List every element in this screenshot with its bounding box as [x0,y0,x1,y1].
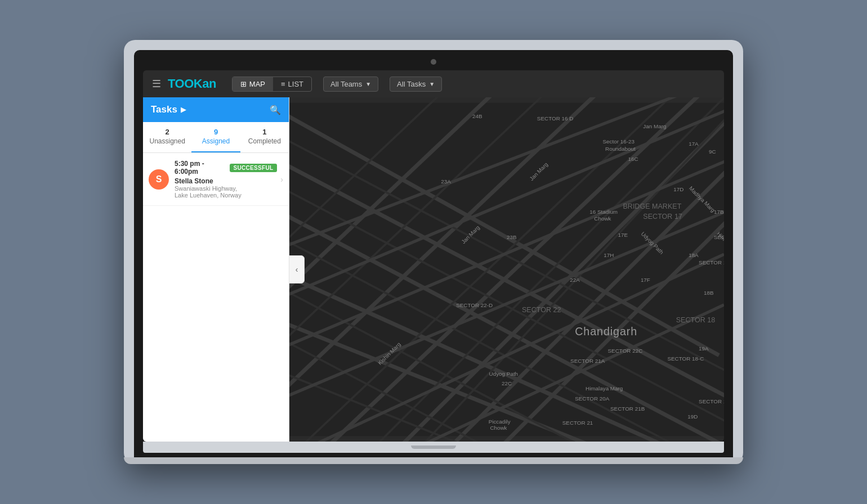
city-label: Chandigarh [575,325,637,338]
app-window: ☰ TOOKan ⊞ MAP ≡ LIST All Teams [143,70,724,442]
tab-completed[interactable]: 1 Completed [240,122,289,152]
status-badge: SUCCESSFUL [230,164,278,172]
sidebar-header: Tasks ▶ 🔍 [143,97,289,122]
tab-unassigned[interactable]: 2 Unassigned [143,122,191,152]
task-name: Stella Stone [175,177,277,185]
task-tabs: 2 Unassigned 9 Assigned 1 Completed [143,122,289,153]
sector20a-label: SECTOR 20A [575,395,610,402]
sector-16d-label: SECTOR 16 D [537,115,573,122]
23b-label: 23B [507,234,517,240]
avatar: S [149,169,169,190]
sector21-label: SECTOR 21 [562,420,593,426]
map-area: ‹ [289,97,724,442]
logo: TOOKan [168,76,216,91]
22a-label: 22A [570,277,580,283]
24b-label: 24B [472,113,482,119]
stadium-label: 16 Stadium [589,209,618,215]
chevron-right-icon: › [280,175,283,184]
task-time: 5:30 pm - 6:00pm [175,160,230,176]
collapse-sidebar-button[interactable]: ‹ [289,255,305,284]
main-content: Tasks ▶ 🔍 2 Unassigned 9 Assign [143,97,724,442]
hamburger-icon[interactable]: ☰ [152,78,161,90]
17d-label: 17D [673,186,683,192]
sector18c-label: SECTOR 18-C [667,356,704,362]
piccadily-label: Piccadily [489,418,511,425]
17a-label: 17A [689,141,699,147]
sector19-label: SECTOR 19 [699,398,724,404]
task-info: 5:30 pm - 6:00pm SUCCESSFUL Stella Stone… [175,160,277,199]
list-view-button[interactable]: ≡ LIST [273,77,311,91]
tasks-arrow-icon: ▶ [181,106,186,114]
18b-label: 18B [704,290,714,296]
sector17-label: SECTOR 17 [643,213,682,220]
search-icon[interactable]: 🔍 [270,105,281,115]
teams-dropdown-button[interactable]: All Teams ▼ [323,76,378,92]
himalaya-marg-label: Himalaya Marg [586,385,623,392]
laptop-notch [411,446,456,449]
17h-label: 17H [604,252,614,258]
laptop-base [124,457,743,464]
tasks-dropdown-button[interactable]: All Tasks ▼ [390,76,442,92]
map-svg: SECTOR 16 D Jan Marg 17A 9C 16C 17D Sect… [289,97,724,442]
sector18a-label: SECTOR 18A [699,259,724,266]
top-nav: ☰ TOOKan ⊞ MAP ≡ LIST All Teams [143,70,724,97]
bridge-market-label: BRIDGE MARKET [623,202,681,210]
18a-label: 18A [689,252,699,258]
16c-label: 16C [628,156,638,162]
chevron-down-icon: ▼ [429,81,435,87]
map-icon: ⊞ [240,80,247,88]
23a-label: 23A [441,178,451,184]
sector21a-label: SECTOR 21A [570,358,605,364]
sector21b-label: SECTOR 21B [610,406,645,412]
udyog-path-label: Udyog Path [489,371,519,377]
19d-label: 19D [687,413,698,420]
sector22-label: SECTOR 22 [522,306,561,314]
17e-label: 17E [618,232,628,238]
list-icon: ≡ [281,80,285,88]
roundabout-label: Roundabout [605,146,636,152]
22c-label: 22C [502,380,512,386]
task-address-line1: Swaniawaski Highway, [175,185,277,192]
map-view-button[interactable]: ⊞ MAP [233,77,273,91]
sector18-label: SECTOR 18 [676,316,716,324]
sector22c-label: SECTOR 22C [608,348,643,354]
webcam [431,59,436,65]
17f-label: 17F [641,277,650,283]
sector22d-label: SECTOR 22-D [456,302,493,308]
jan-marg-label: Jan Marg [643,123,666,129]
sector1623-label: Sector 16-23 [603,138,635,145]
task-item[interactable]: S 5:30 pm - 6:00pm SUCCESSFUL Stella Sto… [143,153,289,206]
laptop-bottom [143,442,724,453]
piccadily-chowk-label: Chowk [490,425,507,431]
19a-label: 19A [699,345,709,352]
sidebar: Tasks ▶ 🔍 2 Unassigned 9 Assign [143,97,289,442]
tasks-title: Tasks ▶ [151,104,186,115]
task-address-line2: Lake Luehaven, Norway [175,192,277,199]
task-header-row: 5:30 pm - 6:00pm SUCCESSFUL [175,160,277,176]
chevron-down-icon: ▼ [365,81,371,87]
chowk-label: Chowk [594,215,611,222]
tab-assigned[interactable]: 9 Assigned [191,122,240,152]
view-toggle: ⊞ MAP ≡ LIST [232,76,312,92]
9c-label: 9C [709,148,716,155]
